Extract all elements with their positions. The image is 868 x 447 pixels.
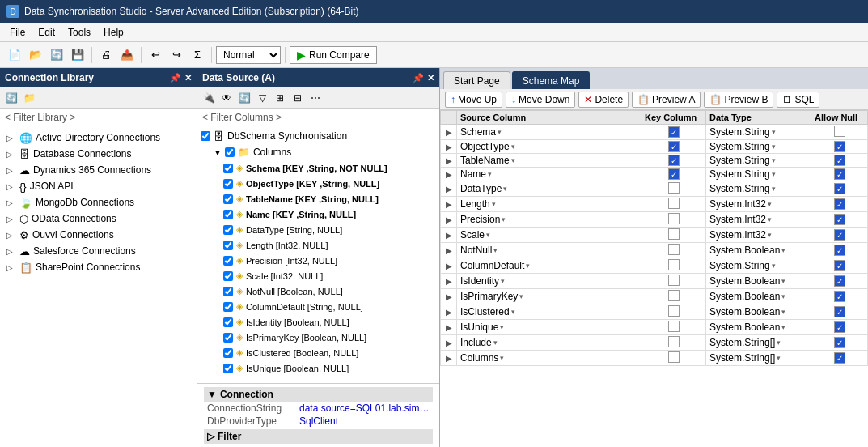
data-type-dropdown-0[interactable]: ▾	[772, 128, 776, 136]
source-col-14[interactable]: Include ▾	[457, 335, 641, 351]
tree-item-salesforce[interactable]: ▷ ☁ Salesforce Connections	[0, 243, 197, 259]
source-col-dropdown-9[interactable]: ▾	[526, 262, 530, 270]
grid2-button[interactable]: ⊟	[290, 90, 306, 106]
dbschema-checkbox[interactable]	[201, 131, 210, 141]
column-item-13[interactable]: ◈ IsUnique [Boolean, NULL]	[197, 360, 439, 376]
data-type-dropdown-12[interactable]: ▾	[781, 308, 785, 316]
tree-item-sharepoint[interactable]: ▷ 📋 SharePoint Connections	[0, 259, 197, 275]
data-type-cell-7[interactable]: System.Int32 ▾	[706, 228, 811, 243]
column-item-5[interactable]: ◈ Length [Int32, NULL]	[197, 237, 439, 253]
source-col-13[interactable]: IsUnique ▾	[457, 320, 641, 335]
key-unchecked-9[interactable]	[668, 259, 680, 270]
pin-button[interactable]: 📌	[170, 73, 181, 83]
key-unchecked-5[interactable]	[668, 198, 680, 209]
allow-null-cell-15[interactable]: ✓	[811, 351, 868, 366]
key-col-cell-2[interactable]: ✓	[641, 154, 706, 168]
connection-section-header[interactable]: ▼ Connection	[204, 387, 433, 402]
allow-null-cell-0[interactable]	[811, 125, 868, 140]
menu-help[interactable]: Help	[97, 25, 130, 40]
col-checkbox-9[interactable]	[223, 302, 233, 312]
key-col-cell-11[interactable]	[641, 289, 706, 304]
source-col-5[interactable]: Length ▾	[457, 197, 641, 212]
column-item-2[interactable]: ◈ TableName [KEY ,String, NULL]	[197, 191, 439, 206]
db-connect-button[interactable]: 🔌	[201, 90, 217, 106]
source-col-7[interactable]: Scale ▾	[457, 228, 641, 243]
source-col-10[interactable]: IsIdentity ▾	[457, 274, 641, 289]
col-checkbox-6[interactable]	[223, 256, 233, 266]
source-col-dropdown-5[interactable]: ▾	[492, 200, 496, 208]
source-col-dropdown-8[interactable]: ▾	[493, 246, 498, 254]
col-checkbox-7[interactable]	[223, 271, 233, 281]
run-compare-button[interactable]: ▶ Run Compare	[290, 46, 377, 64]
source-col-11[interactable]: IsPrimaryKey ▾	[457, 289, 641, 304]
null-checked-13[interactable]: ✓	[834, 321, 845, 333]
delete-button[interactable]: ✕ Delete	[578, 92, 629, 108]
source-col-9[interactable]: ColumnDefault ▾	[457, 258, 641, 274]
col-checkbox-10[interactable]	[223, 317, 233, 327]
source-col-dropdown-13[interactable]: ▾	[500, 323, 504, 331]
column-item-9[interactable]: ◈ ColumnDefault [String, NULL]	[197, 299, 439, 314]
allow-null-cell-2[interactable]: ✓	[811, 154, 868, 168]
key-col-cell-10[interactable]	[641, 274, 706, 289]
source-col-dropdown-1[interactable]: ▾	[511, 143, 515, 151]
col-checkbox-3[interactable]	[223, 210, 233, 219]
key-col-cell-5[interactable]	[641, 197, 706, 212]
data-type-cell-9[interactable]: System.String ▾	[706, 258, 811, 274]
refresh-ds-button[interactable]: 🔄	[236, 90, 252, 106]
null-checked-15[interactable]: ✓	[834, 352, 845, 364]
col-checkbox-13[interactable]	[223, 364, 233, 373]
column-item-7[interactable]: ◈ Scale [Int32, NULL]	[197, 268, 439, 283]
source-col-dropdown-4[interactable]: ▾	[503, 185, 507, 193]
undo-button[interactable]: ↩	[146, 46, 165, 64]
allow-null-cell-1[interactable]: ✓	[811, 140, 868, 154]
key-checked-1[interactable]: ✓	[668, 141, 680, 152]
open-button[interactable]: 📂	[26, 46, 45, 64]
key-col-cell-7[interactable]	[641, 228, 706, 243]
filter-section-header[interactable]: ▷ Filter	[204, 429, 433, 444]
data-type-dropdown-14[interactable]: ▾	[777, 338, 781, 347]
more-button[interactable]: ⋯	[307, 90, 324, 106]
allow-null-cell-5[interactable]: ✓	[811, 197, 868, 212]
col-checkbox-4[interactable]	[223, 225, 233, 235]
column-item-12[interactable]: ◈ IsClustered [Boolean, NULL]	[197, 345, 439, 360]
data-type-dropdown-6[interactable]: ▾	[768, 215, 772, 224]
data-type-cell-5[interactable]: System.Int32 ▾	[706, 197, 811, 212]
menu-edit[interactable]: Edit	[32, 25, 61, 40]
grid-button[interactable]: ⊞	[272, 90, 288, 106]
view-button[interactable]: 👁	[218, 90, 235, 106]
column-item-4[interactable]: ◈ DataType [String, NULL]	[197, 222, 439, 237]
pin-ds-button[interactable]: 📌	[413, 73, 424, 83]
key-unchecked-7[interactable]	[668, 228, 680, 240]
tree-item-dynamics[interactable]: ▷ ☁ Dynamics 365 Connections	[0, 162, 197, 178]
source-col-12[interactable]: IsClustered ▾	[457, 304, 641, 320]
close-panel-button[interactable]: ✕	[184, 73, 192, 83]
allow-null-cell-10[interactable]: ✓	[811, 274, 868, 289]
allow-null-cell-13[interactable]: ✓	[811, 320, 868, 335]
key-col-cell-9[interactable]	[641, 258, 706, 274]
key-checked-0[interactable]: ✓	[668, 126, 680, 138]
null-checked-7[interactable]: ✓	[834, 229, 845, 241]
null-checked-11[interactable]: ✓	[834, 291, 845, 302]
null-checked-1[interactable]: ✓	[834, 141, 845, 152]
null-checked-6[interactable]: ✓	[834, 214, 845, 225]
tree-item-ouvvi[interactable]: ▷ ⚙ Ouvvi Connections	[0, 227, 197, 243]
col-checkbox-0[interactable]	[223, 164, 233, 173]
data-type-dropdown-11[interactable]: ▾	[781, 292, 785, 300]
source-col-dropdown-0[interactable]: ▾	[498, 128, 502, 136]
null-checked-2[interactable]: ✓	[834, 155, 845, 166]
source-col-1[interactable]: ObjectType ▾	[457, 140, 641, 154]
allow-null-cell-4[interactable]: ✓	[811, 181, 868, 197]
data-type-cell-2[interactable]: System.String ▾	[706, 154, 811, 168]
column-item-10[interactable]: ◈ IsIdentity [Boolean, NULL]	[197, 314, 439, 330]
key-checked-2[interactable]: ✓	[668, 155, 680, 166]
data-type-dropdown-2[interactable]: ▾	[772, 156, 776, 164]
data-type-dropdown-9[interactable]: ▾	[772, 262, 776, 270]
menu-tools[interactable]: Tools	[61, 25, 97, 40]
data-type-cell-6[interactable]: System.Int32 ▾	[706, 212, 811, 228]
columns-group-checkbox[interactable]	[225, 147, 235, 157]
tab-schema-map[interactable]: Schema Map	[512, 71, 591, 89]
data-type-dropdown-1[interactable]: ▾	[772, 143, 776, 151]
col-checkbox-2[interactable]	[223, 194, 233, 204]
column-item-1[interactable]: ◈ ObjectType [KEY ,String, NULL]	[197, 176, 439, 191]
data-type-cell-8[interactable]: System.Boolean ▾	[706, 243, 811, 258]
